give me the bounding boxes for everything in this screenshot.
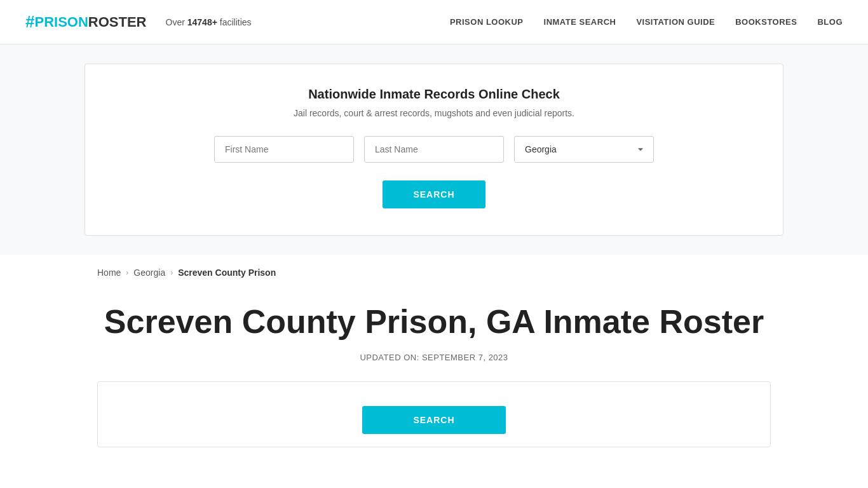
search-btn-row: SEARCH — [116, 180, 752, 208]
logo-hash: # — [25, 12, 34, 32]
site-header: #PRISONROSTER Over 14748+ facilities PRI… — [0, 0, 868, 44]
nav-visitation-guide[interactable]: VISITATION GUIDE — [636, 17, 715, 27]
breadcrumb-sep-1: › — [126, 268, 128, 277]
search-form: AlabamaAlaskaArizonaArkansasCaliforniaCo… — [116, 136, 752, 208]
logo-prison: PRISON — [34, 14, 88, 30]
nav-bookstores[interactable]: BOOKSTORES — [735, 17, 797, 27]
facilities-count: 14748+ — [187, 17, 217, 27]
breadcrumb-state[interactable]: Georgia — [133, 268, 165, 278]
widget-title: Nationwide Inmate Records Online Check — [116, 87, 752, 102]
nav-blog[interactable]: BLOG — [817, 17, 843, 27]
breadcrumb-home[interactable]: Home — [97, 268, 121, 278]
breadcrumb: Home › Georgia › Screven County Prison — [85, 268, 783, 278]
search-widget-wrapper: Nationwide Inmate Records Online Check J… — [0, 44, 868, 255]
nav-inmate-search[interactable]: INMATE SEARCH — [544, 17, 616, 27]
widget-subtitle: Jail records, court & arrest records, mu… — [116, 108, 752, 118]
updated-label: UPDATED ON: SEPTEMBER 7, 2023 — [97, 353, 771, 362]
bottom-card: SEARCH — [97, 381, 771, 447]
page-title-section: Screven County Prison, GA Inmate Roster … — [85, 297, 783, 381]
state-select[interactable]: AlabamaAlaskaArizonaArkansasCaliforniaCo… — [514, 136, 654, 163]
search-button[interactable]: SEARCH — [383, 180, 485, 208]
bottom-card-search-button[interactable]: SEARCH — [362, 406, 505, 434]
nav-prison-lookup[interactable]: PRISON LOOKUP — [450, 17, 524, 27]
last-name-input[interactable] — [364, 136, 504, 163]
page-title: Screven County Prison, GA Inmate Roster — [97, 303, 771, 341]
main-content: Home › Georgia › Screven County Prison S… — [85, 255, 783, 447]
logo-roster: ROSTER — [88, 14, 147, 30]
facilities-text: Over 14748+ facilities — [166, 17, 252, 27]
breadcrumb-sep-2: › — [170, 268, 173, 277]
main-nav: PRISON LOOKUP INMATE SEARCH VISITATION G… — [450, 17, 843, 27]
breadcrumb-current: Screven County Prison — [178, 268, 276, 278]
site-logo[interactable]: #PRISONROSTER — [25, 12, 147, 32]
search-widget: Nationwide Inmate Records Online Check J… — [85, 64, 783, 236]
first-name-input[interactable] — [214, 136, 354, 163]
